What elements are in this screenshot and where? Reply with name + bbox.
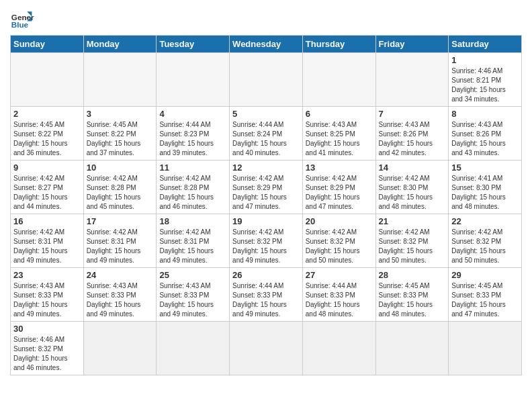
day-info: Sunrise: 4:43 AM Sunset: 8:26 PM Dayligh… xyxy=(451,120,519,158)
calendar-cell: 17Sunrise: 4:42 AM Sunset: 8:31 PM Dayli… xyxy=(83,214,157,268)
day-info: Sunrise: 4:42 AM Sunset: 8:27 PM Dayligh… xyxy=(13,174,81,212)
day-info: Sunrise: 4:46 AM Sunset: 8:21 PM Dayligh… xyxy=(451,66,519,104)
day-info: Sunrise: 4:43 AM Sunset: 8:26 PM Dayligh… xyxy=(379,120,446,158)
calendar-week-1: 1Sunrise: 4:46 AM Sunset: 8:21 PM Daylig… xyxy=(11,53,522,107)
day-info: Sunrise: 4:45 AM Sunset: 8:22 PM Dayligh… xyxy=(87,120,154,158)
day-number: 11 xyxy=(159,163,226,173)
col-header-monday: Monday xyxy=(83,36,157,53)
svg-text:Blue: Blue xyxy=(11,20,29,29)
day-info: Sunrise: 4:42 AM Sunset: 8:28 PM Dayligh… xyxy=(87,174,154,212)
day-info: Sunrise: 4:42 AM Sunset: 8:32 PM Dayligh… xyxy=(451,228,519,265)
calendar-cell: 25Sunrise: 4:43 AM Sunset: 8:33 PM Dayli… xyxy=(157,268,230,322)
day-number: 3 xyxy=(87,109,154,119)
calendar-cell: 9Sunrise: 4:42 AM Sunset: 8:27 PM Daylig… xyxy=(11,161,84,214)
calendar-cell: 13Sunrise: 4:42 AM Sunset: 8:29 PM Dayli… xyxy=(302,161,375,214)
calendar-cell: 10Sunrise: 4:42 AM Sunset: 8:28 PM Dayli… xyxy=(83,161,157,214)
day-info: Sunrise: 4:42 AM Sunset: 8:30 PM Dayligh… xyxy=(379,174,446,212)
day-number: 1 xyxy=(451,55,519,65)
calendar-week-3: 9Sunrise: 4:42 AM Sunset: 8:27 PM Daylig… xyxy=(11,161,522,214)
day-number: 5 xyxy=(232,109,300,119)
day-number: 28 xyxy=(379,270,446,280)
day-info: Sunrise: 4:42 AM Sunset: 8:31 PM Dayligh… xyxy=(13,228,81,265)
calendar-cell: 2Sunrise: 4:45 AM Sunset: 8:22 PM Daylig… xyxy=(11,107,84,161)
day-number: 15 xyxy=(451,163,519,173)
calendar-cell xyxy=(230,53,303,107)
col-header-wednesday: Wednesday xyxy=(230,36,303,53)
day-info: Sunrise: 4:44 AM Sunset: 8:23 PM Dayligh… xyxy=(159,120,226,158)
calendar-cell xyxy=(157,322,230,375)
calendar-cell xyxy=(230,322,303,375)
calendar-cell xyxy=(302,53,375,107)
day-number: 20 xyxy=(306,216,373,226)
calendar-cell xyxy=(157,53,230,107)
calendar-cell xyxy=(302,322,375,375)
day-number: 16 xyxy=(13,216,81,226)
calendar-cell: 12Sunrise: 4:42 AM Sunset: 8:29 PM Dayli… xyxy=(230,161,303,214)
day-info: Sunrise: 4:41 AM Sunset: 8:30 PM Dayligh… xyxy=(451,174,519,212)
day-number: 23 xyxy=(13,270,81,280)
day-number: 30 xyxy=(13,324,81,334)
calendar-cell: 28Sunrise: 4:45 AM Sunset: 8:33 PM Dayli… xyxy=(375,268,449,322)
day-number: 9 xyxy=(13,163,81,173)
col-header-tuesday: Tuesday xyxy=(157,36,230,53)
calendar-cell: 23Sunrise: 4:43 AM Sunset: 8:33 PM Dayli… xyxy=(11,268,84,322)
col-header-friday: Friday xyxy=(375,36,449,53)
day-info: Sunrise: 4:44 AM Sunset: 8:33 PM Dayligh… xyxy=(306,281,373,319)
day-info: Sunrise: 4:42 AM Sunset: 8:32 PM Dayligh… xyxy=(232,228,300,265)
day-info: Sunrise: 4:43 AM Sunset: 8:33 PM Dayligh… xyxy=(87,281,154,319)
day-number: 6 xyxy=(306,109,373,119)
calendar-cell: 18Sunrise: 4:42 AM Sunset: 8:31 PM Dayli… xyxy=(157,214,230,268)
day-number: 4 xyxy=(159,109,226,119)
day-number: 12 xyxy=(232,163,300,173)
day-info: Sunrise: 4:42 AM Sunset: 8:32 PM Dayligh… xyxy=(306,228,373,265)
day-number: 10 xyxy=(87,163,154,173)
calendar-cell: 8Sunrise: 4:43 AM Sunset: 8:26 PM Daylig… xyxy=(449,107,522,161)
col-header-saturday: Saturday xyxy=(449,36,522,53)
day-number: 24 xyxy=(87,270,154,280)
day-number: 29 xyxy=(451,270,519,280)
calendar-cell: 22Sunrise: 4:42 AM Sunset: 8:32 PM Dayli… xyxy=(449,214,522,268)
calendar-week-4: 16Sunrise: 4:42 AM Sunset: 8:31 PM Dayli… xyxy=(11,214,522,268)
calendar-cell: 1Sunrise: 4:46 AM Sunset: 8:21 PM Daylig… xyxy=(449,53,522,107)
calendar-cell: 4Sunrise: 4:44 AM Sunset: 8:23 PM Daylig… xyxy=(157,107,230,161)
calendar-week-6: 30Sunrise: 4:46 AM Sunset: 8:32 PM Dayli… xyxy=(11,322,522,375)
day-info: Sunrise: 4:45 AM Sunset: 8:33 PM Dayligh… xyxy=(451,281,519,319)
day-info: Sunrise: 4:42 AM Sunset: 8:29 PM Dayligh… xyxy=(306,174,373,212)
day-number: 22 xyxy=(451,216,519,226)
day-info: Sunrise: 4:43 AM Sunset: 8:33 PM Dayligh… xyxy=(13,281,81,319)
calendar-cell xyxy=(83,53,157,107)
calendar-cell: 3Sunrise: 4:45 AM Sunset: 8:22 PM Daylig… xyxy=(83,107,157,161)
day-number: 17 xyxy=(87,216,154,226)
day-number: 7 xyxy=(379,109,446,119)
calendar-header-row: SundayMondayTuesdayWednesdayThursdayFrid… xyxy=(11,36,522,53)
calendar-week-5: 23Sunrise: 4:43 AM Sunset: 8:33 PM Dayli… xyxy=(11,268,522,322)
calendar-cell xyxy=(449,322,522,375)
day-number: 19 xyxy=(232,216,300,226)
calendar-cell: 19Sunrise: 4:42 AM Sunset: 8:32 PM Dayli… xyxy=(230,214,303,268)
calendar-cell: 24Sunrise: 4:43 AM Sunset: 8:33 PM Dayli… xyxy=(83,268,157,322)
calendar-cell: 16Sunrise: 4:42 AM Sunset: 8:31 PM Dayli… xyxy=(11,214,84,268)
day-number: 8 xyxy=(451,109,519,119)
day-info: Sunrise: 4:44 AM Sunset: 8:33 PM Dayligh… xyxy=(232,281,300,319)
day-number: 25 xyxy=(159,270,226,280)
day-info: Sunrise: 4:42 AM Sunset: 8:31 PM Dayligh… xyxy=(159,228,226,265)
day-info: Sunrise: 4:42 AM Sunset: 8:29 PM Dayligh… xyxy=(232,174,300,212)
logo-icon: General Blue xyxy=(10,7,34,31)
calendar-cell: 27Sunrise: 4:44 AM Sunset: 8:33 PM Dayli… xyxy=(302,268,375,322)
calendar-cell: 21Sunrise: 4:42 AM Sunset: 8:32 PM Dayli… xyxy=(375,214,449,268)
calendar-cell xyxy=(11,53,84,107)
page-header: General Blue xyxy=(10,7,522,31)
calendar-cell xyxy=(83,322,157,375)
calendar-cell: 6Sunrise: 4:43 AM Sunset: 8:25 PM Daylig… xyxy=(302,107,375,161)
calendar-cell: 5Sunrise: 4:44 AM Sunset: 8:24 PM Daylig… xyxy=(230,107,303,161)
day-info: Sunrise: 4:43 AM Sunset: 8:25 PM Dayligh… xyxy=(306,120,373,158)
col-header-sunday: Sunday xyxy=(11,36,84,53)
calendar-cell xyxy=(375,322,449,375)
calendar-table: SundayMondayTuesdayWednesdayThursdayFrid… xyxy=(10,35,522,375)
calendar-cell: 7Sunrise: 4:43 AM Sunset: 8:26 PM Daylig… xyxy=(375,107,449,161)
day-info: Sunrise: 4:44 AM Sunset: 8:24 PM Dayligh… xyxy=(232,120,300,158)
calendar-cell: 14Sunrise: 4:42 AM Sunset: 8:30 PM Dayli… xyxy=(375,161,449,214)
calendar-week-2: 2Sunrise: 4:45 AM Sunset: 8:22 PM Daylig… xyxy=(11,107,522,161)
col-header-thursday: Thursday xyxy=(302,36,375,53)
day-number: 2 xyxy=(13,109,81,119)
